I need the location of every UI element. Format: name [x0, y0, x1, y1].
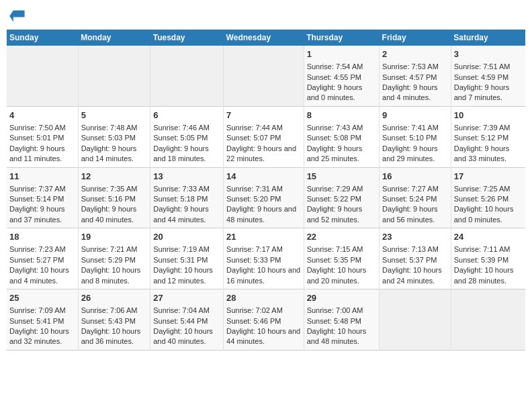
cell-data-line: Sunset: 5:12 PM [454, 133, 523, 143]
day-number: 19 [81, 231, 148, 243]
day-number: 10 [454, 109, 523, 122]
cell-data-line: Sunrise: 7:31 AM [226, 184, 301, 194]
calendar-cell: 11Sunrise: 7:37 AMSunset: 5:14 PMDayligh… [7, 167, 78, 228]
logo [7, 7, 28, 26]
cell-data-line: Sunrise: 7:13 AM [382, 244, 448, 255]
cell-data-line: Sunrise: 7:04 AM [153, 306, 220, 316]
cell-data-line: Daylight: 9 hours and 14 minutes. [81, 144, 148, 165]
cell-data-line: Sunset: 5:14 PM [9, 194, 75, 204]
svg-marker-0 [9, 11, 24, 22]
day-number: 29 [307, 292, 376, 304]
cell-data-line: Sunset: 5:46 PM [226, 316, 301, 326]
calendar-cell [78, 46, 150, 106]
calendar-cell: 2Sunrise: 7:53 AMSunset: 4:57 PMDaylight… [380, 46, 451, 106]
day-number: 28 [226, 292, 301, 304]
day-header-saturday: Saturday [451, 30, 525, 46]
cell-data-line: Sunrise: 7:35 AM [81, 184, 148, 194]
cell-data-line: Daylight: 10 hours and 36 minutes. [81, 326, 148, 347]
cell-data-line: Sunset: 5:03 PM [81, 133, 148, 143]
cell-data-line: Sunset: 4:57 PM [382, 73, 448, 83]
calendar-cell [380, 289, 451, 351]
calendar-week-row: 11Sunrise: 7:37 AMSunset: 5:14 PMDayligh… [7, 167, 525, 228]
cell-data-line: Sunrise: 7:15 AM [307, 244, 376, 255]
cell-data-line: Daylight: 9 hours and 11 minutes. [9, 144, 75, 165]
cell-data-line: Sunset: 5:39 PM [454, 255, 523, 265]
day-header-sunday: Sunday [7, 30, 78, 46]
day-number: 20 [153, 231, 220, 243]
cell-data-line: Sunrise: 7:17 AM [226, 244, 301, 255]
cell-data-line: Daylight: 10 hours and 20 minutes. [307, 265, 376, 286]
header [7, 7, 525, 26]
day-header-friday: Friday [380, 30, 451, 46]
day-number: 26 [81, 292, 148, 304]
cell-data-line: Daylight: 9 hours and 40 minutes. [81, 204, 148, 225]
logo-icon [7, 7, 26, 26]
calendar-cell [7, 46, 78, 106]
calendar-cell: 29Sunrise: 7:00 AMSunset: 5:48 PMDayligh… [304, 289, 379, 351]
day-number: 18 [9, 231, 75, 243]
day-number: 5 [81, 109, 148, 122]
cell-data-line: Sunrise: 7:25 AM [454, 184, 523, 194]
day-number: 6 [153, 109, 220, 122]
cell-data-line: Sunrise: 7:09 AM [9, 306, 75, 316]
cell-data-line: Sunset: 5:33 PM [226, 255, 301, 265]
calendar-header-row: SundayMondayTuesdayWednesdayThursdayFrid… [7, 30, 525, 46]
calendar-cell: 6Sunrise: 7:46 AMSunset: 5:05 PMDaylight… [150, 106, 224, 167]
cell-data-line: Sunset: 5:08 PM [307, 133, 376, 143]
calendar-cell: 18Sunrise: 7:23 AMSunset: 5:27 PMDayligh… [7, 228, 78, 289]
cell-data-line: Sunrise: 7:43 AM [307, 123, 376, 133]
cell-data-line: Sunrise: 7:29 AM [307, 184, 376, 194]
cell-data-line: Sunset: 5:24 PM [382, 194, 448, 204]
cell-data-line: Sunrise: 7:23 AM [9, 244, 75, 255]
cell-data-line: Sunrise: 7:39 AM [454, 123, 523, 133]
day-number: 2 [382, 48, 448, 60]
day-header-thursday: Thursday [304, 30, 379, 46]
calendar-cell: 14Sunrise: 7:31 AMSunset: 5:20 PMDayligh… [224, 167, 304, 228]
cell-data-line: Sunset: 5:22 PM [307, 194, 376, 204]
calendar-cell: 3Sunrise: 7:51 AMSunset: 4:59 PMDaylight… [451, 46, 525, 106]
cell-data-line: Daylight: 9 hours and 48 minutes. [226, 204, 301, 225]
cell-data-line: Daylight: 9 hours and 25 minutes. [307, 144, 376, 165]
cell-data-line: Sunrise: 7:33 AM [153, 184, 220, 194]
cell-data-line: Daylight: 9 hours and 7 minutes. [454, 83, 523, 103]
cell-data-line: Sunrise: 7:50 AM [9, 123, 75, 133]
cell-data-line: Sunset: 5:44 PM [153, 316, 220, 326]
calendar-body: 1Sunrise: 7:54 AMSunset: 4:55 PMDaylight… [7, 46, 525, 350]
cell-data-line: Daylight: 9 hours and 52 minutes. [307, 204, 376, 225]
cell-data-line: Daylight: 10 hours and 8 minutes. [81, 265, 148, 286]
cell-data-line: Sunrise: 7:21 AM [81, 244, 148, 255]
cell-data-line: Sunrise: 7:37 AM [9, 184, 75, 194]
day-number: 16 [382, 171, 448, 183]
cell-data-line: Sunrise: 7:44 AM [226, 123, 301, 133]
cell-data-line: Sunrise: 7:11 AM [454, 244, 523, 255]
calendar-cell [451, 289, 525, 351]
calendar-cell: 7Sunrise: 7:44 AMSunset: 5:07 PMDaylight… [224, 106, 304, 167]
calendar-cell: 17Sunrise: 7:25 AMSunset: 5:26 PMDayligh… [451, 167, 525, 228]
cell-data-line: Sunset: 5:27 PM [9, 255, 75, 265]
cell-data-line: Daylight: 9 hours and 29 minutes. [382, 144, 448, 165]
cell-data-line: Sunrise: 7:02 AM [226, 306, 301, 316]
calendar-cell: 27Sunrise: 7:04 AMSunset: 5:44 PMDayligh… [150, 289, 224, 351]
calendar-cell: 1Sunrise: 7:54 AMSunset: 4:55 PMDaylight… [304, 46, 379, 106]
day-number: 13 [153, 171, 220, 183]
day-header-wednesday: Wednesday [224, 30, 304, 46]
calendar-cell: 8Sunrise: 7:43 AMSunset: 5:08 PMDaylight… [304, 106, 379, 167]
cell-data-line: Sunset: 5:20 PM [226, 194, 301, 204]
cell-data-line: Sunset: 5:01 PM [9, 133, 75, 143]
cell-data-line: Sunset: 5:43 PM [81, 316, 148, 326]
calendar-cell: 25Sunrise: 7:09 AMSunset: 5:41 PMDayligh… [7, 289, 78, 351]
day-number: 11 [9, 171, 75, 183]
day-number: 25 [9, 292, 75, 304]
cell-data-line: Daylight: 9 hours and 44 minutes. [153, 204, 220, 225]
cell-data-line: Sunrise: 7:54 AM [307, 62, 376, 72]
cell-data-line: Daylight: 10 hours and 24 minutes. [382, 265, 448, 286]
day-number: 17 [454, 171, 523, 183]
day-number: 9 [382, 109, 448, 122]
calendar-week-row: 18Sunrise: 7:23 AMSunset: 5:27 PMDayligh… [7, 228, 525, 289]
day-number: 1 [307, 48, 376, 60]
day-number: 7 [226, 109, 301, 122]
cell-data-line: Sunset: 5:26 PM [454, 194, 523, 204]
calendar-cell: 5Sunrise: 7:48 AMSunset: 5:03 PMDaylight… [78, 106, 150, 167]
calendar-cell: 4Sunrise: 7:50 AMSunset: 5:01 PMDaylight… [7, 106, 78, 167]
cell-data-line: Sunset: 5:29 PM [81, 255, 148, 265]
